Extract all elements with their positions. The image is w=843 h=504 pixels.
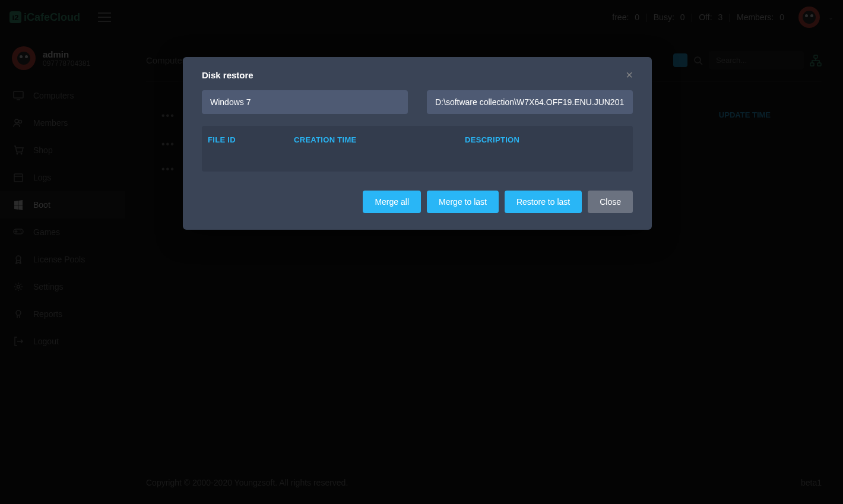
restore-to-last-button[interactable]: Restore to last bbox=[505, 191, 582, 213]
merge-to-last-button[interactable]: Merge to last bbox=[427, 191, 499, 213]
path-input[interactable] bbox=[427, 90, 633, 114]
table-body-empty bbox=[202, 154, 633, 172]
os-name-input[interactable] bbox=[202, 90, 408, 114]
close-button[interactable]: Close bbox=[588, 191, 633, 213]
merge-all-button[interactable]: Merge all bbox=[363, 191, 421, 213]
modal-title: Disk restore bbox=[202, 70, 253, 80]
col-creation-time[interactable]: CREATION TIME bbox=[294, 135, 465, 144]
disk-restore-modal: Disk restore × FILE ID CREATION TIME DES… bbox=[183, 57, 652, 230]
col-file-id[interactable]: FILE ID bbox=[208, 135, 294, 144]
restore-table: FILE ID CREATION TIME DESCRIPTION bbox=[202, 126, 633, 172]
col-description[interactable]: DESCRIPTION bbox=[465, 135, 627, 144]
close-icon[interactable]: × bbox=[626, 69, 633, 81]
